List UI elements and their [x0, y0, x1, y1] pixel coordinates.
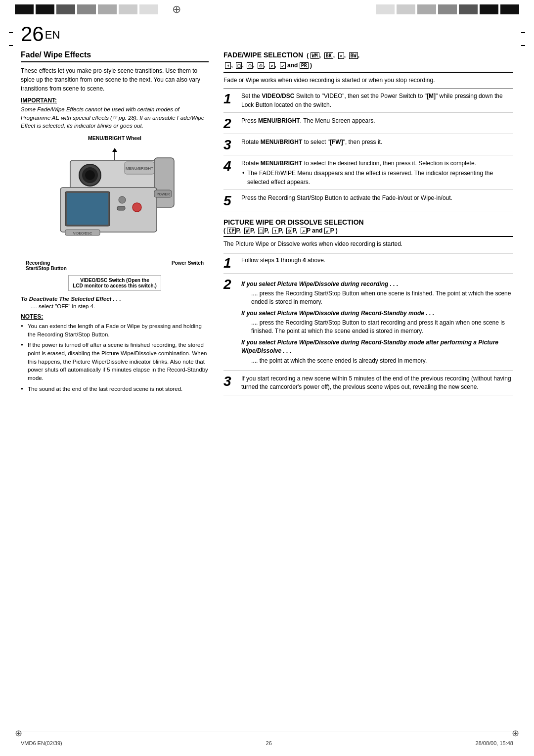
- pw-icon-wp: W: [244, 228, 250, 234]
- pw-step-item-2: 2 If you select Picture Wipe/Dissolve du…: [223, 275, 513, 371]
- step-content-4: Rotate MENU/BRIGHT to select the desired…: [241, 159, 513, 187]
- svg-point-14: [133, 203, 141, 212]
- svg-rect-11: [67, 193, 108, 225]
- pw-step-content-3: If you start recording a new scene withi…: [241, 375, 513, 392]
- bar-block-r6: [480, 4, 498, 14]
- pw-step-num-2: 2: [223, 278, 237, 368]
- bottom-right-crosshair: ⊕: [512, 728, 519, 739]
- bar-block-1: [15, 4, 34, 14]
- svg-text:VIDEO/DSC: VIDEO/DSC: [73, 232, 92, 235]
- top-bar-right-blocks: [376, 4, 519, 14]
- icon-wm: WM: [311, 52, 319, 59]
- bar-block-4: [77, 4, 96, 14]
- icon-arrow-sw: ↙: [280, 62, 286, 69]
- bar-block-7: [139, 4, 158, 14]
- important-box: IMPORTANT: Some Fade/Wipe Effects cannot…: [21, 97, 209, 130]
- and-text: and: [287, 62, 300, 69]
- pw-icon-nep: ↗: [301, 228, 307, 234]
- diagram-label-power: Power Switch: [172, 260, 204, 271]
- pw-icon-arp: ↑: [272, 228, 278, 234]
- pw-and: and: [312, 227, 324, 234]
- pw-icon-swp: ↙: [324, 228, 330, 234]
- svg-point-5: [85, 170, 95, 180]
- pw-step2-text3: .... the point at which the scene ended …: [241, 357, 513, 365]
- bottom-left-text: VMD6 EN(02/39): [21, 740, 62, 746]
- fade-wipe-title: Fade/ Wipe Effects: [21, 50, 209, 62]
- important-text: Some Fade/Wipe Effects cannot be used wi…: [21, 105, 209, 130]
- pw-step2-head2: If you select Picture Wipe/Dissolve duri…: [241, 309, 513, 318]
- pw-icons-row: ( CPP, WP, □P, ↑P, ◎P, ↗P and ↙P ): [223, 227, 338, 234]
- svg-text:MENU/BRIGHT: MENU/BRIGHT: [126, 166, 153, 171]
- note-item-3: The sound at the end of the last recorde…: [21, 385, 209, 393]
- right-registration-mark: [521, 32, 525, 46]
- top-bar-left-blocks: [15, 4, 158, 14]
- icon-pr: PR: [300, 62, 309, 69]
- pw-step2-text2: .... press the Recording Start/Stop Butt…: [241, 319, 513, 336]
- step-4-bullet: The FADER/WIPE Menu disappears and the e…: [241, 169, 513, 187]
- two-col-layout: Fade/ Wipe Effects These effects let you…: [21, 50, 513, 396]
- bar-block-6: [119, 4, 137, 14]
- pw-step-content-1: Follow steps 1 through 4 above.: [241, 256, 513, 270]
- bottom-left-crosshair: ⊕: [15, 728, 22, 739]
- pw-icon-cp: CP: [227, 228, 236, 234]
- diagram-label-video-dsc: VIDEO/DSC Switch (Open theLCD monitor to…: [68, 275, 161, 291]
- bar-block-r2: [397, 4, 415, 14]
- pw-body-text: The Picture Wipe or Dissolve works when …: [223, 240, 513, 248]
- svg-rect-8: [154, 158, 174, 207]
- step-num-3: 3: [223, 138, 237, 152]
- step-num-4: 4: [223, 159, 237, 187]
- bar-block-5: [98, 4, 117, 14]
- pw-step2-text1: .... press the Recording Start/Stop Butt…: [241, 289, 513, 307]
- right-column: FADE/WIPE SELECTION ( WM, BK, ✕, BW, ↑, …: [223, 50, 513, 396]
- icon-x: ✕: [338, 52, 344, 59]
- fw-steps-list: 1 Set the VIDEO/DSC Switch to "VIDEO", t…: [223, 89, 513, 211]
- important-label: IMPORTANT:: [21, 97, 209, 104]
- bar-block-r5: [459, 4, 478, 14]
- bar-block-2: [36, 4, 54, 14]
- bottom-right-text: 28/08/00, 15:48: [476, 740, 513, 746]
- step-content-3: Rotate MENU/BRIGHT to select "[FW]", the…: [241, 138, 513, 152]
- pw-step2-head3: If you select Picture Wipe/Dissolve duri…: [241, 338, 513, 356]
- camera-diagram: MENU/BRIGHT Wheel MENU/BRIGHT: [21, 135, 209, 291]
- pw-icon-trg: ◎: [286, 228, 292, 234]
- bar-block-r7: [500, 4, 519, 14]
- icon-bk: BK: [324, 52, 333, 59]
- step-content-1: Set the VIDEO/DSC Switch to "VIDEO", the…: [241, 92, 513, 109]
- camera-svg: MENU/BRIGHT POWER: [41, 143, 189, 257]
- svg-text:POWER: POWER: [157, 192, 170, 196]
- fw-body-text: Fade or Wipe works when video recording …: [223, 76, 513, 85]
- pw-title-text: PICTURE WIPE OR DISSOLVE SELECTION: [223, 218, 364, 226]
- diagram-bottom-labels: RecordingStart/Stop Button Power Switch: [21, 260, 209, 271]
- icon-square: □: [236, 62, 242, 69]
- pw-title: PICTURE WIPE OR DISSOLVE SELECTION ( CPP…: [223, 218, 513, 237]
- note-item-1: You can extend the length of a Fade or W…: [21, 322, 209, 338]
- center-crosshair: ⊕: [172, 3, 181, 16]
- step-content-5: Press the Recording Start/Stop Button to…: [241, 194, 513, 208]
- left-column: Fade/ Wipe Effects These effects let you…: [21, 50, 209, 396]
- step-item-1: 1 Set the VIDEO/DSC Switch to "VIDEO", t…: [223, 89, 513, 113]
- note-item-2: If the power is turned off after a scene…: [21, 341, 209, 382]
- svg-point-12: [119, 196, 126, 203]
- icon-bw: BW: [349, 52, 358, 59]
- pw-step2-head1: If you select Picture Wipe/Dissolve duri…: [241, 280, 513, 288]
- pw-step-item-1: 1 Follow steps 1 through 4 above.: [223, 253, 513, 274]
- diagram-label-rec: RecordingStart/Stop Button: [26, 260, 67, 271]
- step-num-5: 5: [223, 194, 237, 208]
- step-item-4: 4 Rotate MENU/BRIGHT to select the desir…: [223, 156, 513, 190]
- step-num-2: 2: [223, 117, 237, 131]
- page-title-area: 26EN: [21, 24, 513, 45]
- notes-list: You can extend the length of a Fade or W…: [21, 322, 209, 393]
- bar-block-r1: [376, 4, 395, 14]
- pw-steps-list: 1 Follow steps 1 through 4 above. 2 If y…: [223, 253, 513, 395]
- intro-text: These effects let you make pro-style sce…: [21, 66, 209, 93]
- left-registration-mark: [9, 32, 13, 46]
- pw-step-content-2: If you select Picture Wipe/Dissolve duri…: [241, 278, 513, 368]
- bottom-bar: VMD6 EN(02/39) 26 28/08/00, 15:48: [0, 740, 534, 746]
- step-item-3: 3 Rotate MENU/BRIGHT to select "[FW]", t…: [223, 135, 513, 155]
- page-suffix: EN: [45, 29, 60, 41]
- bar-block-3: [56, 4, 75, 14]
- icon-target: ◎: [258, 62, 264, 69]
- bottom-line: [21, 731, 513, 731]
- icon-arrow-ne: ↗: [269, 62, 275, 69]
- step-num-1: 1: [223, 92, 237, 109]
